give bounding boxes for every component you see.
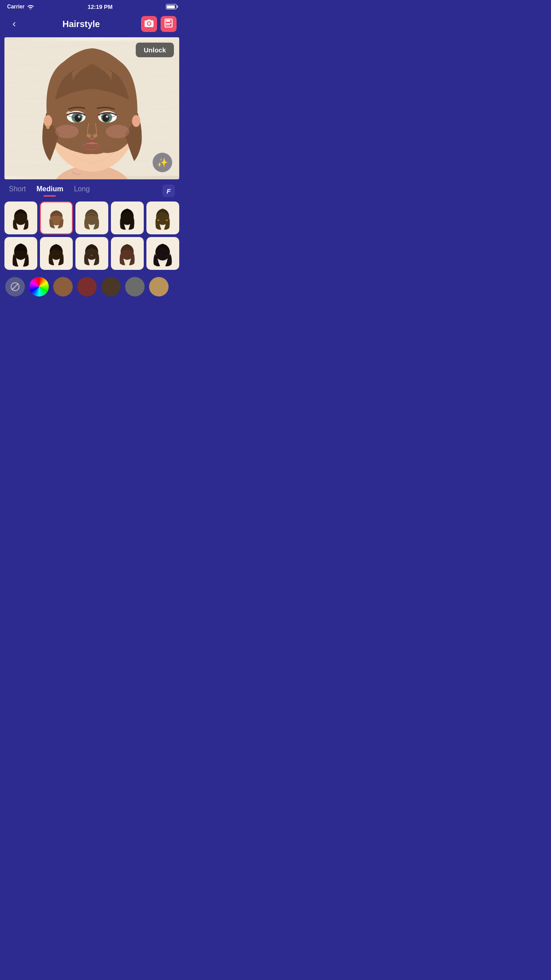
hair-style-7[interactable] [40, 237, 73, 270]
svg-rect-40 [157, 220, 159, 221]
status-bar: Carrier 12:19 PM [0, 0, 184, 12]
color-swatch-gray[interactable] [125, 277, 145, 296]
main-image-area: Unlock ✨ [4, 37, 179, 179]
hair-style-1[interactable] [4, 202, 37, 234]
color-swatch-rainbow[interactable] [29, 277, 49, 296]
hair-style-10[interactable] [146, 237, 179, 270]
hair-style-4[interactable] [111, 202, 144, 234]
camera-button[interactable] [141, 16, 157, 32]
color-swatch-auburn[interactable] [77, 277, 97, 296]
save-icon [165, 19, 173, 30]
no-color-icon [10, 281, 20, 292]
tab-medium[interactable]: Medium [36, 185, 63, 197]
hair-style-9[interactable] [111, 237, 144, 270]
svg-point-17 [46, 126, 50, 129]
back-icon: ‹ [12, 18, 16, 30]
tab-long[interactable]: Long [74, 185, 90, 197]
gender-button[interactable]: F [162, 185, 175, 197]
color-swatch-none[interactable] [5, 277, 25, 296]
svg-point-28 [55, 125, 79, 138]
save-button[interactable] [161, 16, 177, 32]
carrier-label: Carrier [7, 4, 24, 10]
svg-point-15 [44, 115, 52, 127]
status-bar-left: Carrier [7, 4, 34, 10]
svg-point-24 [102, 114, 109, 122]
hair-style-8[interactable] [75, 237, 108, 270]
header: ‹ Hairstyle [0, 12, 184, 37]
svg-point-29 [106, 125, 129, 138]
time-label: 12:19 PM [87, 4, 112, 10]
hair-grid [0, 197, 184, 273]
header-icons [141, 16, 177, 32]
hair-style-3[interactable] [75, 202, 108, 234]
svg-rect-1 [166, 20, 170, 22]
svg-line-53 [12, 284, 18, 290]
svg-rect-41 [166, 220, 168, 221]
hair-style-2[interactable] [40, 202, 73, 234]
color-row [0, 273, 184, 304]
color-swatch-darkbrown[interactable] [101, 277, 121, 296]
svg-point-16 [132, 115, 140, 127]
status-bar-right [166, 4, 177, 9]
camera-icon [145, 19, 153, 29]
svg-point-20 [75, 114, 81, 122]
svg-point-26 [87, 134, 91, 138]
wifi-icon [27, 4, 34, 9]
unlock-button[interactable]: Unlock [136, 43, 174, 57]
color-swatch-brown[interactable] [53, 277, 73, 296]
svg-point-27 [93, 134, 98, 138]
hair-style-6[interactable] [4, 237, 37, 270]
tab-list: Short Medium Long [9, 185, 90, 197]
hair-style-5[interactable] [146, 202, 179, 234]
face-svg [4, 37, 179, 179]
back-button[interactable]: ‹ [7, 17, 21, 31]
tabs-area: Short Medium Long F [0, 179, 184, 197]
magic-icon: ✨ [157, 157, 168, 168]
face-preview [4, 37, 179, 179]
battery-icon [166, 4, 177, 9]
magic-button[interactable]: ✨ [153, 153, 172, 172]
battery-fill [167, 5, 174, 8]
tab-short[interactable]: Short [9, 185, 26, 197]
page-title: Hairstyle [21, 19, 141, 29]
color-swatch-tan[interactable] [149, 277, 169, 296]
